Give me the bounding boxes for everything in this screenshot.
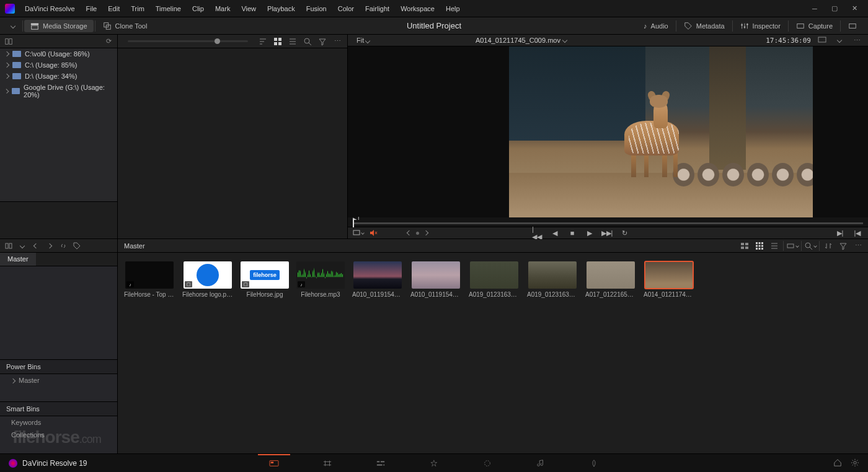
deliver-page-tab[interactable] — [567, 454, 621, 473]
cut-page-tab[interactable] — [301, 454, 354, 473]
viewer-scrubber[interactable] — [348, 220, 868, 227]
menu-view[interactable]: View — [236, 2, 261, 15]
mark-out-button[interactable]: |◀ — [852, 227, 863, 238]
mark-in-button[interactable]: ▶| — [835, 227, 846, 238]
audio-panel-button[interactable]: ♪Audio — [637, 20, 675, 32]
menu-workspace[interactable]: Workspace — [396, 2, 440, 15]
menu-help[interactable]: Help — [441, 2, 465, 15]
pool-list-button[interactable] — [768, 240, 781, 251]
edit-page-tab[interactable] — [354, 454, 407, 473]
clip-4[interactable]: A010_01191542_C... — [352, 261, 403, 298]
clip-7[interactable]: A019_01231639_C... — [527, 261, 578, 298]
options-button[interactable]: ⋯ — [331, 36, 343, 47]
menu-fairlight[interactable]: Fairlight — [360, 2, 394, 15]
fusion-page-tab[interactable] — [407, 454, 461, 473]
viewer-timecode[interactable]: 17:45:36:09 — [766, 37, 811, 45]
media-storage-button[interactable]: Media Storage — [24, 20, 94, 32]
storage-drive-1[interactable]: C:\ (Usage: 85%) — [0, 59, 117, 71]
play-button[interactable]: ▶ — [584, 227, 595, 238]
smart-bin-keywords[interactable]: Keywords — [0, 416, 117, 429]
inspector-panel-button[interactable]: Inspector — [734, 20, 787, 32]
menu-fusion[interactable]: Fusion — [301, 2, 332, 15]
storage-drive-0[interactable]: C:\vol0 (Usage: 86%) — [0, 48, 117, 59]
maximize-button[interactable]: ▢ — [826, 2, 843, 15]
pool-view1-button[interactable] — [738, 240, 751, 251]
clip-6[interactable]: A019_01231637_C... — [469, 261, 520, 298]
clip-3[interactable]: ♪Filehorse.mp3 — [296, 261, 345, 298]
home-button[interactable] — [833, 458, 842, 468]
layout-toggle-button[interactable] — [2, 36, 15, 47]
audio-label: Audio — [651, 22, 668, 30]
pool-aspect-button[interactable] — [786, 240, 799, 251]
clip-9[interactable]: A014_01211745_C... — [644, 261, 694, 298]
menu-timeline[interactable]: Timeline — [151, 2, 186, 15]
color-page-tab[interactable] — [461, 454, 514, 473]
viewer-clip-name[interactable]: A014_01211745_C009.mov — [476, 37, 567, 44]
menu-file[interactable]: File — [81, 2, 102, 15]
loop-button[interactable]: ↻ — [619, 227, 630, 238]
nav-fwd-button[interactable] — [43, 240, 56, 251]
zoom-fit-dropdown[interactable]: Fit — [353, 36, 373, 45]
match-frame-button[interactable] — [353, 227, 364, 238]
menu-clip[interactable]: Clip — [187, 2, 209, 15]
svg-rect-34 — [756, 248, 758, 250]
filter-button[interactable] — [316, 36, 329, 47]
storage-drive-2[interactable]: D:\ (Usage: 34%) — [0, 71, 117, 82]
clip-2[interactable]: ▢FileHorse.jpg — [241, 261, 289, 298]
clip-5[interactable]: A010_01191548_C... — [410, 261, 461, 298]
smart-bin-collections[interactable]: Collections — [0, 429, 117, 441]
menu-playback[interactable]: Playback — [262, 2, 300, 15]
nav-back-button[interactable] — [30, 240, 42, 251]
menu-trim[interactable]: Trim — [126, 2, 149, 15]
pool-filter-button[interactable] — [837, 240, 849, 251]
media-page-tab[interactable] — [247, 454, 301, 473]
tab-master[interactable]: Master — [0, 253, 36, 266]
menu-color[interactable]: Color — [333, 2, 359, 15]
step-back-button[interactable]: ◀ — [549, 227, 560, 238]
menu-edit[interactable]: Edit — [103, 2, 125, 15]
sort-button[interactable] — [257, 36, 269, 47]
capture-panel-button[interactable]: Capture — [790, 20, 839, 32]
drive-icon — [12, 88, 20, 94]
go-first-button[interactable]: |◀◀ — [532, 227, 543, 238]
clone-tool-button[interactable]: Clone Tool — [97, 20, 154, 32]
expand-button[interactable] — [842, 20, 863, 32]
minimize-button[interactable]: ─ — [806, 2, 823, 15]
menu-davinci-resolve[interactable]: DaVinci Resolve — [20, 2, 80, 15]
settings-button[interactable] — [851, 458, 859, 468]
grid-view-button[interactable] — [272, 36, 284, 47]
playhead[interactable] — [353, 219, 354, 227]
storage-drive-3[interactable]: Google Drive (G:\) (Usage: 20%) — [0, 82, 117, 100]
stop-button[interactable]: ■ — [567, 227, 578, 238]
clip-1[interactable]: ▢Filehorse logo.png — [182, 261, 233, 298]
go-last-button[interactable]: ▶▶| — [601, 227, 613, 238]
search-button[interactable] — [301, 36, 314, 47]
pool-sort-button[interactable] — [822, 240, 835, 251]
thumbnail-size-slider[interactable] — [128, 40, 248, 42]
jog-control[interactable] — [407, 231, 428, 235]
power-bin-master[interactable]: Master — [0, 374, 117, 387]
pool-options-button[interactable]: ⋯ — [852, 240, 864, 251]
list-view-button[interactable] — [286, 36, 299, 47]
viewer-canvas[interactable] — [348, 46, 868, 217]
close-button[interactable]: ✕ — [846, 2, 863, 15]
pool-search-button[interactable] — [804, 240, 817, 251]
viewer-dropdown[interactable] — [833, 35, 846, 46]
pool-grid-button[interactable] — [753, 240, 766, 251]
bin-dropdown[interactable] — [16, 240, 29, 251]
clip-0[interactable]: ♪FileHorse - Top 5 -... — [124, 261, 175, 298]
fairlight-page-tab[interactable] — [514, 454, 567, 473]
metadata-panel-button[interactable]: Metadata — [678, 20, 731, 32]
menu-mark[interactable]: Mark — [210, 2, 235, 15]
viewer-mode-button[interactable] — [816, 35, 828, 46]
file-list-strip: ⋯ — [118, 35, 347, 48]
mute-button[interactable] — [368, 227, 379, 238]
viewer-options-button[interactable]: ⋯ — [851, 35, 863, 46]
refresh-button[interactable]: ⟳ — [102, 36, 115, 47]
new-bin-button[interactable] — [57, 240, 69, 251]
clip-8[interactable]: A017_01221659_C... — [585, 261, 636, 298]
panel-toggle-button[interactable] — [5, 22, 21, 30]
clip-name: A010_01191548_C... — [410, 291, 461, 298]
tag-button[interactable] — [71, 240, 83, 251]
bin-layout-button[interactable] — [2, 240, 15, 251]
